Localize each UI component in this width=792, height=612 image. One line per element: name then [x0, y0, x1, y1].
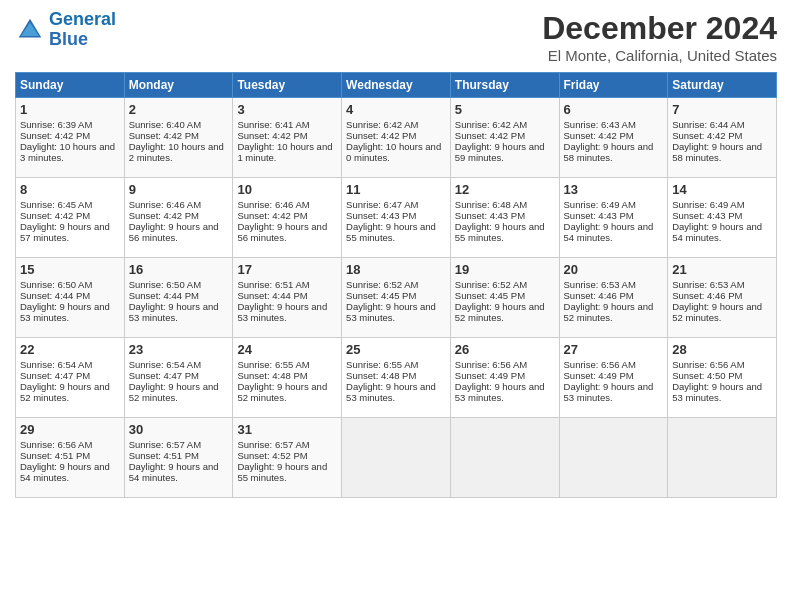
day-number: 4: [346, 102, 446, 117]
daylight-label: Daylight: 9 hours and 53 minutes.: [129, 301, 219, 323]
calendar-cell: 13Sunrise: 6:49 AMSunset: 4:43 PMDayligh…: [559, 178, 668, 258]
sunrise: Sunrise: 6:43 AM: [564, 119, 636, 130]
day-number: 21: [672, 262, 772, 277]
week-row-3: 15Sunrise: 6:50 AMSunset: 4:44 PMDayligh…: [16, 258, 777, 338]
day-number: 12: [455, 182, 555, 197]
sunrise: Sunrise: 6:55 AM: [237, 359, 309, 370]
daylight-label: Daylight: 9 hours and 54 minutes.: [20, 461, 110, 483]
daylight-label: Daylight: 9 hours and 52 minutes.: [455, 301, 545, 323]
sunrise: Sunrise: 6:57 AM: [237, 439, 309, 450]
sunrise: Sunrise: 6:49 AM: [564, 199, 636, 210]
day-number: 16: [129, 262, 229, 277]
sunrise: Sunrise: 6:52 AM: [346, 279, 418, 290]
calendar-cell: 15Sunrise: 6:50 AMSunset: 4:44 PMDayligh…: [16, 258, 125, 338]
sunrise: Sunrise: 6:49 AM: [672, 199, 744, 210]
col-header-sunday: Sunday: [16, 73, 125, 98]
sunset: Sunset: 4:49 PM: [455, 370, 525, 381]
sunrise: Sunrise: 6:47 AM: [346, 199, 418, 210]
header: General Blue December 2024 El Monte, Cal…: [15, 10, 777, 64]
sunrise: Sunrise: 6:56 AM: [564, 359, 636, 370]
daylight-label: Daylight: 9 hours and 53 minutes.: [672, 381, 762, 403]
sunset: Sunset: 4:42 PM: [129, 210, 199, 221]
day-number: 30: [129, 422, 229, 437]
sunrise: Sunrise: 6:42 AM: [455, 119, 527, 130]
daylight-label: Daylight: 9 hours and 53 minutes.: [20, 301, 110, 323]
day-number: 24: [237, 342, 337, 357]
sunset: Sunset: 4:48 PM: [346, 370, 416, 381]
sunrise: Sunrise: 6:53 AM: [564, 279, 636, 290]
sunset: Sunset: 4:42 PM: [346, 130, 416, 141]
sunrise: Sunrise: 6:50 AM: [20, 279, 92, 290]
week-row-1: 1Sunrise: 6:39 AMSunset: 4:42 PMDaylight…: [16, 98, 777, 178]
day-number: 15: [20, 262, 120, 277]
daylight-label: Daylight: 9 hours and 56 minutes.: [129, 221, 219, 243]
day-number: 5: [455, 102, 555, 117]
calendar-cell: [559, 418, 668, 498]
calendar-cell: 21Sunrise: 6:53 AMSunset: 4:46 PMDayligh…: [668, 258, 777, 338]
sunrise: Sunrise: 6:40 AM: [129, 119, 201, 130]
sunset: Sunset: 4:43 PM: [564, 210, 634, 221]
day-number: 29: [20, 422, 120, 437]
week-row-2: 8Sunrise: 6:45 AMSunset: 4:42 PMDaylight…: [16, 178, 777, 258]
sunset: Sunset: 4:47 PM: [129, 370, 199, 381]
day-number: 28: [672, 342, 772, 357]
week-row-5: 29Sunrise: 6:56 AMSunset: 4:51 PMDayligh…: [16, 418, 777, 498]
calendar-cell: 3Sunrise: 6:41 AMSunset: 4:42 PMDaylight…: [233, 98, 342, 178]
calendar-cell: 24Sunrise: 6:55 AMSunset: 4:48 PMDayligh…: [233, 338, 342, 418]
calendar-cell: [450, 418, 559, 498]
sunrise: Sunrise: 6:52 AM: [455, 279, 527, 290]
sunset: Sunset: 4:42 PM: [564, 130, 634, 141]
title-block: December 2024 El Monte, California, Unit…: [542, 10, 777, 64]
daylight-label: Daylight: 9 hours and 58 minutes.: [672, 141, 762, 163]
day-number: 23: [129, 342, 229, 357]
day-number: 22: [20, 342, 120, 357]
calendar-cell: 5Sunrise: 6:42 AMSunset: 4:42 PMDaylight…: [450, 98, 559, 178]
sunrise: Sunrise: 6:56 AM: [20, 439, 92, 450]
sunset: Sunset: 4:43 PM: [455, 210, 525, 221]
col-header-monday: Monday: [124, 73, 233, 98]
day-number: 14: [672, 182, 772, 197]
day-number: 26: [455, 342, 555, 357]
daylight-label: Daylight: 10 hours and 0 minutes.: [346, 141, 441, 163]
sunset: Sunset: 4:43 PM: [672, 210, 742, 221]
daylight-label: Daylight: 9 hours and 54 minutes.: [672, 221, 762, 243]
sunset: Sunset: 4:52 PM: [237, 450, 307, 461]
daylight-label: Daylight: 9 hours and 54 minutes.: [129, 461, 219, 483]
calendar-cell: 6Sunrise: 6:43 AMSunset: 4:42 PMDaylight…: [559, 98, 668, 178]
sunset: Sunset: 4:46 PM: [564, 290, 634, 301]
daylight-label: Daylight: 9 hours and 53 minutes.: [455, 381, 545, 403]
sunrise: Sunrise: 6:53 AM: [672, 279, 744, 290]
day-number: 7: [672, 102, 772, 117]
calendar-cell: 18Sunrise: 6:52 AMSunset: 4:45 PMDayligh…: [342, 258, 451, 338]
sunrise: Sunrise: 6:46 AM: [129, 199, 201, 210]
daylight-label: Daylight: 9 hours and 52 minutes.: [237, 381, 327, 403]
col-header-thursday: Thursday: [450, 73, 559, 98]
sunset: Sunset: 4:51 PM: [20, 450, 90, 461]
page: General Blue December 2024 El Monte, Cal…: [0, 0, 792, 612]
sunset: Sunset: 4:46 PM: [672, 290, 742, 301]
subtitle: El Monte, California, United States: [542, 47, 777, 64]
calendar-cell: 7Sunrise: 6:44 AMSunset: 4:42 PMDaylight…: [668, 98, 777, 178]
sunrise: Sunrise: 6:57 AM: [129, 439, 201, 450]
calendar-table: SundayMondayTuesdayWednesdayThursdayFrid…: [15, 72, 777, 498]
day-number: 27: [564, 342, 664, 357]
daylight-label: Daylight: 9 hours and 52 minutes.: [564, 301, 654, 323]
sunset: Sunset: 4:43 PM: [346, 210, 416, 221]
daylight-label: Daylight: 9 hours and 55 minutes.: [346, 221, 436, 243]
daylight-label: Daylight: 10 hours and 2 minutes.: [129, 141, 224, 163]
sunrise: Sunrise: 6:46 AM: [237, 199, 309, 210]
sunrise: Sunrise: 6:45 AM: [20, 199, 92, 210]
calendar-cell: 14Sunrise: 6:49 AMSunset: 4:43 PMDayligh…: [668, 178, 777, 258]
day-number: 1: [20, 102, 120, 117]
week-row-4: 22Sunrise: 6:54 AMSunset: 4:47 PMDayligh…: [16, 338, 777, 418]
sunset: Sunset: 4:42 PM: [20, 130, 90, 141]
col-header-saturday: Saturday: [668, 73, 777, 98]
sunset: Sunset: 4:47 PM: [20, 370, 90, 381]
sunrise: Sunrise: 6:55 AM: [346, 359, 418, 370]
calendar-cell: 27Sunrise: 6:56 AMSunset: 4:49 PMDayligh…: [559, 338, 668, 418]
day-number: 3: [237, 102, 337, 117]
calendar-cell: 2Sunrise: 6:40 AMSunset: 4:42 PMDaylight…: [124, 98, 233, 178]
sunrise: Sunrise: 6:56 AM: [455, 359, 527, 370]
calendar-cell: 12Sunrise: 6:48 AMSunset: 4:43 PMDayligh…: [450, 178, 559, 258]
daylight-label: Daylight: 9 hours and 53 minutes.: [346, 381, 436, 403]
